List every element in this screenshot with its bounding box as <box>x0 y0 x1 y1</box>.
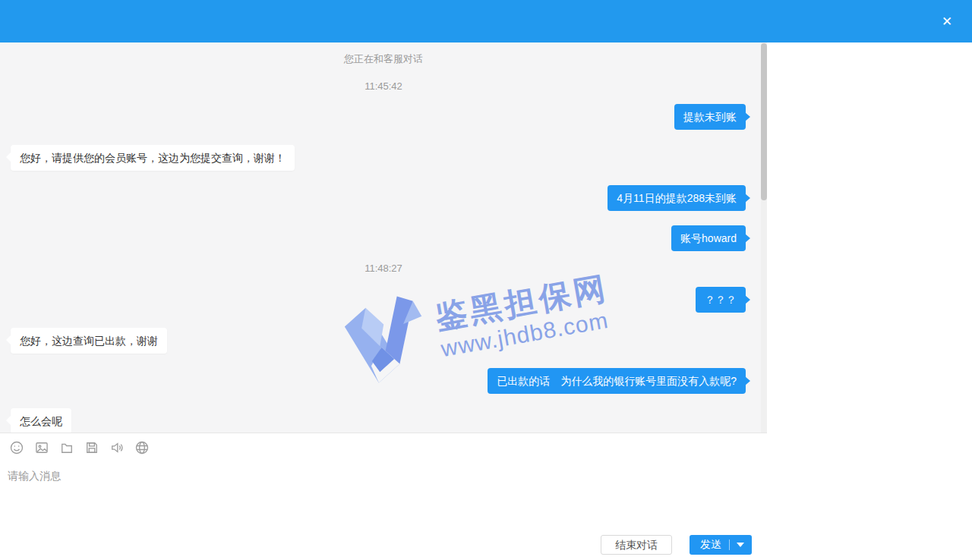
user-message: ？？？ <box>696 287 746 313</box>
chat-timestamp: 11:45:42 <box>364 80 402 93</box>
agent-message: 您好，这边查询已出款，谢谢 <box>11 328 167 354</box>
send-divider <box>729 540 730 550</box>
composer-actions: 结束对话 发送 <box>601 535 752 555</box>
side-panel <box>767 42 972 560</box>
send-button-label: 发送 <box>700 538 721 552</box>
audio-icon[interactable] <box>109 440 125 455</box>
user-message: 4月11日的提款288未到账 <box>608 185 746 211</box>
close-icon[interactable]: ✕ <box>939 14 955 30</box>
message-list: 怎么会呢已出款的话 为什么我的银行账号里面没有入款呢?您好，这边查询已出款，谢谢… <box>0 42 767 433</box>
composer-toolbar <box>0 433 767 455</box>
chat-timestamp: 11:48:27 <box>364 262 402 275</box>
user-message: 账号howard <box>671 225 746 251</box>
chat-column: 怎么会呢已出款的话 为什么我的银行账号里面没有入款呢?您好，这边查询已出款，谢谢… <box>0 42 767 560</box>
composer: 结束对话 发送 <box>0 433 767 560</box>
image-icon[interactable] <box>34 440 49 455</box>
message-input[interactable] <box>0 465 767 526</box>
chat-scrollbar[interactable] <box>761 42 767 433</box>
chat-scrollbar-thumb[interactable] <box>761 43 767 200</box>
send-button[interactable]: 发送 <box>690 535 752 555</box>
agent-message: 您好，请提供您的会员账号，这边为您提交查询，谢谢！ <box>11 145 295 171</box>
agent-message: 怎么会呢 <box>11 408 71 433</box>
globe-icon[interactable] <box>134 440 150 455</box>
end-chat-button[interactable]: 结束对话 <box>601 535 672 555</box>
chevron-down-icon[interactable] <box>737 543 744 547</box>
emoji-icon[interactable] <box>9 440 24 455</box>
chat-header: ✕ <box>0 0 972 42</box>
user-message: 提款未到账 <box>674 104 746 130</box>
chat-status: 您正在和客服对话 <box>344 52 423 66</box>
user-message: 已出款的话 为什么我的银行账号里面没有入款呢? <box>488 368 746 394</box>
live-chat-window: ✕ 怎么会呢已出款的话 为什么我的银行账号里面没有入款呢?您好，这边查询已出款，… <box>0 0 972 560</box>
save-icon[interactable] <box>84 440 99 455</box>
file-icon[interactable] <box>59 440 74 455</box>
